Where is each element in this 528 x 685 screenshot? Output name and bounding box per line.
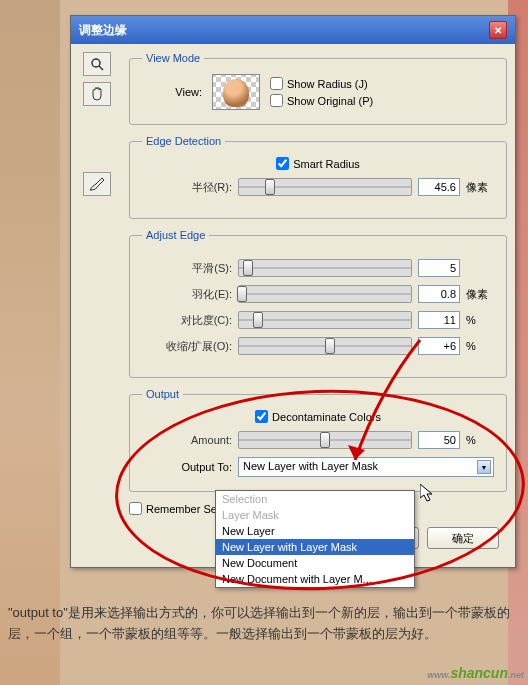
output-to-selected: New Layer with Layer Mask bbox=[243, 460, 378, 472]
amount-slider[interactable] bbox=[238, 431, 412, 449]
output-to-dropdown[interactable]: New Layer with Layer Mask ▼ bbox=[238, 457, 494, 477]
chevron-down-icon[interactable]: ▼ bbox=[477, 460, 491, 474]
feather-slider[interactable] bbox=[238, 285, 412, 303]
feather-input[interactable] bbox=[418, 285, 460, 303]
amount-input[interactable] bbox=[418, 431, 460, 449]
dropdown-option-newdoc[interactable]: New Document bbox=[216, 555, 414, 571]
shift-slider[interactable] bbox=[238, 337, 412, 355]
caption-text: "output to"是用来选择输出方式的，你可以选择输出到一个新的层，输出到一… bbox=[8, 603, 520, 645]
show-original-checkbox[interactable]: Show Original (P) bbox=[270, 94, 373, 107]
contrast-label: 对比度(C): bbox=[142, 313, 232, 328]
hand-tool-icon[interactable] bbox=[83, 82, 111, 106]
close-icon[interactable]: ✕ bbox=[489, 21, 507, 39]
dropdown-option-newlayer[interactable]: New Layer bbox=[216, 523, 414, 539]
edge-detection-group: Edge Detection Smart Radius 半径(R): 像素 bbox=[129, 135, 507, 219]
show-radius-checkbox[interactable]: Show Radius (J) bbox=[270, 77, 373, 90]
titlebar[interactable]: 调整边缘 ✕ bbox=[71, 16, 515, 44]
output-legend: Output bbox=[142, 388, 183, 400]
view-label: View: bbox=[142, 86, 202, 98]
radius-unit: 像素 bbox=[466, 180, 494, 195]
svg-point-0 bbox=[92, 59, 100, 67]
contrast-unit: % bbox=[466, 314, 494, 326]
contrast-slider[interactable] bbox=[238, 311, 412, 329]
feather-label: 羽化(E): bbox=[142, 287, 232, 302]
adjust-legend: Adjust Edge bbox=[142, 229, 209, 241]
adjust-edge-group: Adjust Edge 平滑(S): 羽化(E): 像素 对比度(C): % 收 bbox=[129, 229, 507, 378]
dropdown-option-selection: Selection bbox=[216, 491, 414, 507]
shift-input[interactable] bbox=[418, 337, 460, 355]
smooth-slider[interactable] bbox=[238, 259, 412, 277]
ok-button[interactable]: 确定 bbox=[427, 527, 499, 549]
dropdown-option-newlayer-mask[interactable]: New Layer with Layer Mask bbox=[216, 539, 414, 555]
shift-unit: % bbox=[466, 340, 494, 352]
amount-label: Amount: bbox=[142, 434, 232, 446]
dropdown-option-layermask: Layer Mask bbox=[216, 507, 414, 523]
radius-slider[interactable] bbox=[238, 178, 412, 196]
dropdown-option-newdoc-mask[interactable]: New Document with Layer M... bbox=[216, 571, 414, 587]
smart-radius-checkbox[interactable]: Smart Radius bbox=[276, 157, 360, 170]
smooth-input[interactable] bbox=[418, 259, 460, 277]
watermark: www.shancun.net bbox=[427, 665, 524, 681]
background-left bbox=[0, 0, 60, 685]
output-to-label: Output To: bbox=[142, 461, 232, 473]
smooth-label: 平滑(S): bbox=[142, 261, 232, 276]
amount-unit: % bbox=[466, 434, 494, 446]
shift-label: 收缩/扩展(O): bbox=[142, 339, 232, 354]
output-group: Output Decontaminate Colors Amount: % Ou… bbox=[129, 388, 507, 492]
radius-input[interactable] bbox=[418, 178, 460, 196]
view-thumbnail[interactable] bbox=[212, 74, 260, 110]
viewmode-legend: View Mode bbox=[142, 52, 204, 64]
feather-unit: 像素 bbox=[466, 287, 494, 302]
refine-edge-dialog: 调整边缘 ✕ View Mode View: Show Radius (J) bbox=[70, 15, 516, 568]
svg-line-1 bbox=[99, 66, 103, 70]
dialog-title: 调整边缘 bbox=[79, 22, 127, 39]
edge-legend: Edge Detection bbox=[142, 135, 225, 147]
radius-label: 半径(R): bbox=[142, 180, 232, 195]
viewmode-group: View Mode View: Show Radius (J) Show Ori… bbox=[129, 52, 507, 125]
brush-tool-icon[interactable] bbox=[83, 172, 111, 196]
decontaminate-checkbox[interactable]: Decontaminate Colors bbox=[255, 410, 381, 423]
contrast-input[interactable] bbox=[418, 311, 460, 329]
output-to-dropdown-list: Selection Layer Mask New Layer New Layer… bbox=[215, 490, 415, 588]
zoom-tool-icon[interactable] bbox=[83, 52, 111, 76]
